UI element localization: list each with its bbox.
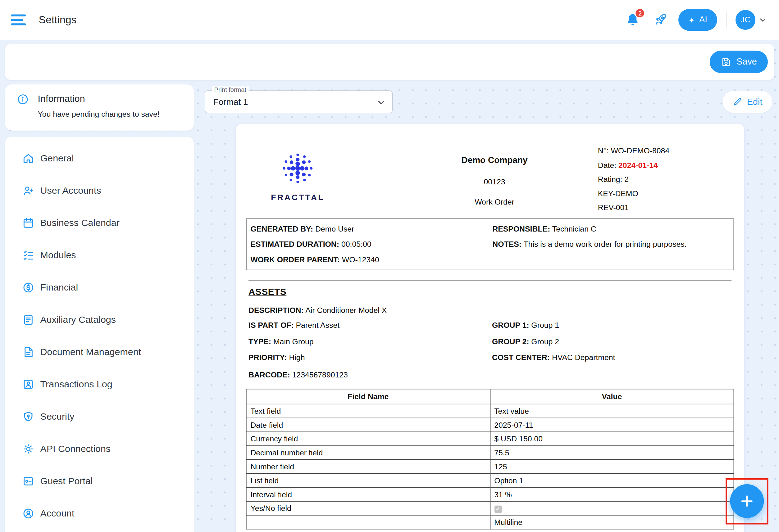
sidebar-item-general[interactable]: General: [5, 142, 194, 175]
assets-columns: IS PART OF: Parent AssetTYPE: Main Group…: [248, 317, 731, 365]
asset-field: TYPE: Main Group: [248, 333, 492, 349]
shield-icon: [22, 410, 35, 423]
account-menu-button[interactable]: JC: [735, 10, 768, 30]
sidebar-item-modules[interactable]: Modules: [5, 239, 194, 271]
table-row: Multiline: [246, 515, 734, 529]
sidebar-item-business-calendar[interactable]: Business Calendar: [5, 207, 194, 239]
sidebar-item-label: Transactions Log: [40, 379, 112, 390]
sidebar-item-api-connections[interactable]: API Connections: [5, 433, 194, 465]
chevron-down-icon: [757, 14, 768, 25]
plus-icon: [739, 492, 756, 509]
field-name-cell: Number field: [246, 460, 490, 474]
info-panel-text: Information You have pending changes to …: [38, 93, 160, 122]
asset-barcode: BARCODE: 1234567890123: [248, 367, 731, 383]
sidebar-item-label: Security: [40, 411, 74, 422]
responsible: RESPONSIBLE: Technician C: [492, 224, 729, 234]
edit-button-label: Edit: [747, 96, 763, 107]
home-icon: [22, 152, 35, 165]
table-row: Text fieldText value: [246, 404, 734, 418]
calendar-icon: [22, 216, 35, 229]
sidebar-item-guest-portal[interactable]: Guest Portal: [5, 465, 194, 497]
assets-left-column: IS PART OF: Parent AssetTYPE: Main Group…: [248, 317, 492, 365]
sidebar-item-user-accounts[interactable]: User Accounts: [5, 175, 194, 207]
save-button-label: Save: [736, 57, 757, 67]
sidebar-item-auxiliary-catalogs[interactable]: Auxiliary Catalogs: [5, 304, 194, 336]
divider: [248, 280, 731, 281]
print-format-value: Format 1: [213, 91, 248, 113]
custom-fields-table: Field Name Value Text fieldText valueDat…: [246, 389, 734, 530]
field-value-cell: Multiline: [490, 515, 734, 529]
generated-by: GENERATED BY: Demo User: [250, 224, 492, 234]
content-area: Save Information You have pending change…: [0, 40, 779, 532]
sidebar-item-account[interactable]: Account: [5, 497, 194, 530]
catalog-icon: [22, 313, 35, 326]
doc-date: Date: 2024-01-14: [598, 158, 669, 173]
ai-button[interactable]: ✦ AI: [679, 9, 717, 31]
info-icon: [17, 93, 28, 105]
account-icon: [22, 507, 35, 520]
doc-rating: Rating: 2: [598, 172, 669, 187]
sidebar-item-label: User Accounts: [40, 185, 101, 196]
notifications-button[interactable]: 2: [623, 10, 643, 30]
save-button[interactable]: Save: [710, 51, 768, 73]
sidebar-item-document-management[interactable]: Document Management: [5, 336, 194, 368]
field-value-cell: 75.5: [490, 446, 734, 460]
sidebar-item-security[interactable]: Security: [5, 400, 194, 433]
asset-field: GROUP 2: Group 2: [492, 333, 731, 349]
portal-icon: [22, 475, 35, 488]
asset-description: DESCRIPTION: Air Conditioner Model X: [248, 306, 731, 315]
table-row: Interval field31 %: [246, 487, 734, 501]
page-title: Settings: [39, 14, 76, 26]
checkbox-checked-icon: ✓: [494, 505, 502, 513]
value-header: Value: [490, 389, 734, 404]
document-meta: N°: WO-DEMO-8084 Date: 2024-01-14 Rating…: [598, 144, 669, 215]
sparkle-icon: ✦: [688, 16, 695, 23]
sidebar-item-transactions-log[interactable]: Transactions Log: [5, 368, 194, 400]
document-icon: [22, 345, 35, 358]
assets-right-column: GROUP 1: Group 1GROUP 2: Group 2COST CEN…: [492, 317, 731, 365]
hamburger-menu-icon[interactable]: [11, 14, 26, 26]
info-panel-title: Information: [38, 93, 160, 104]
document-type: Work Order: [415, 198, 574, 207]
edit-button[interactable]: Edit: [722, 91, 772, 113]
sidebar-item-financial[interactable]: Financial: [5, 271, 194, 304]
add-button[interactable]: [730, 484, 764, 518]
field-name-cell: List field: [246, 474, 490, 488]
launch-button[interactable]: [651, 10, 671, 30]
field-value-cell: ✓: [490, 501, 734, 515]
work-order-info-box: GENERATED BY: Demo User RESPONSIBLE: Tec…: [246, 218, 734, 270]
sidebar-item-label: API Connections: [40, 443, 111, 454]
field-name-cell: [246, 515, 490, 529]
field-name-cell: Currency field: [246, 432, 490, 446]
sidebar-item-label: Guest Portal: [40, 475, 93, 486]
sidebar-menu: GeneralUser AccountsBusiness CalendarMod…: [5, 137, 194, 532]
top-bar: Settings 2 ✦ AI: [0, 0, 779, 40]
avatar: JC: [735, 10, 756, 30]
table-row: Date field2025-07-11: [246, 418, 734, 432]
top-bar-left: Settings: [11, 14, 76, 26]
fracttal-logo-icon: [277, 149, 318, 188]
assets-section: ASSETS DESCRIPTION: Air Conditioner Mode…: [236, 286, 744, 383]
top-bar-right: 2 ✦ AI JC: [623, 9, 768, 31]
sidebar-item-label: Auxiliary Catalogs: [40, 314, 116, 325]
table-header-row: Field Name Value: [246, 389, 734, 404]
fields-table-body: Text fieldText valueDate field2025-07-11…: [246, 404, 734, 529]
asset-field: PRIORITY: High: [248, 349, 492, 365]
table-row: Number field125: [246, 460, 734, 474]
sidebar-item-label: Modules: [40, 250, 76, 260]
doc-date-value: 2024-01-14: [618, 161, 658, 169]
doc-key: KEY-DEMO: [598, 187, 669, 201]
sidebar-item-label: Document Management: [40, 346, 141, 357]
sidebar-item-label: Financial: [40, 282, 78, 293]
field-value-cell: Text value: [490, 404, 734, 418]
field-value-cell: 2025-07-11: [490, 418, 734, 432]
logo-text: FRACTTAL: [255, 193, 340, 202]
gear-icon: [22, 442, 35, 455]
table-row: List fieldOption 1: [246, 474, 734, 488]
checklist-icon: [22, 249, 35, 262]
print-format-select[interactable]: Print format Format 1: [205, 90, 393, 113]
ai-button-label: AI: [699, 15, 707, 25]
doc-revision: REV-001: [598, 201, 669, 215]
document-header: FRACTTAL Demo Company 00123 Work Order N…: [236, 124, 744, 218]
dollar-circle-icon: [22, 281, 35, 294]
